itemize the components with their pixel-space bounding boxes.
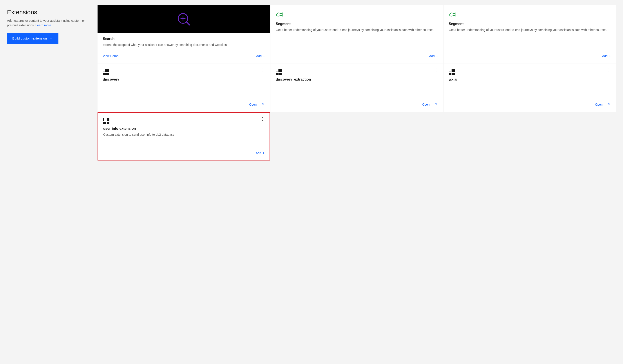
search-card-desc: Extend the scope of what your assistant … — [103, 43, 265, 47]
segment2-icon — [449, 11, 457, 19]
discovery-card-title: discovery — [103, 78, 265, 82]
discovery-extraction-card-desc — [276, 83, 438, 95]
extensions-grid: Search Extend the scope of what your ass… — [98, 5, 616, 160]
wxai-icon-container — [449, 69, 611, 75]
segment1-icon — [276, 11, 284, 19]
discovery-extraction-card-title: discovery_extraction — [276, 78, 438, 82]
discovery-icon-container — [103, 69, 265, 75]
user-info-grid-icon — [103, 118, 110, 124]
svg-line-1 — [186, 22, 190, 25]
card-search: Search Extend the scope of what your ass… — [98, 5, 270, 63]
learn-more-link[interactable]: Learn more — [35, 23, 51, 27]
discovery-edit-icon[interactable]: ✎ — [262, 102, 265, 107]
search-card-banner — [98, 5, 270, 33]
card-user-info-extension: ⋮ user-info-extension Custom extension t… — [98, 112, 270, 160]
user-info-add-button[interactable]: Add + — [256, 151, 264, 155]
wxai-card-title: wx.ai — [449, 78, 611, 82]
card-wxai: ⋮ wx.ai Open ✎ — [444, 64, 616, 112]
user-info-card-desc: Custom extension to send user info to db… — [103, 132, 264, 144]
user-info-menu-button[interactable]: ⋮ — [259, 116, 266, 121]
user-info-card-title: user-info-extension — [103, 127, 264, 131]
discovery-card-footer: Open ✎ — [103, 100, 265, 107]
segment1-add-button[interactable]: Add + — [429, 54, 438, 58]
search-card-footer: View Demo Add + — [103, 52, 265, 58]
card-segment2: Segment Get a better understanding of yo… — [444, 5, 616, 63]
segment1-icon-container — [276, 11, 438, 19]
plus-icon: + — [609, 54, 611, 58]
discovery-extraction-open-button[interactable]: Open — [422, 103, 429, 106]
wxai-card-desc — [449, 83, 611, 95]
segment1-card-desc: Get a better understanding of your users… — [276, 28, 438, 47]
search-magnifier-icon — [176, 11, 192, 27]
search-add-button[interactable]: Add + — [256, 54, 265, 58]
segment2-card-title: Segment — [449, 22, 611, 26]
discovery-extraction-icon-container — [276, 69, 438, 75]
search-card-title: Search — [103, 37, 265, 41]
card-segment1: Segment Get a better understanding of yo… — [270, 5, 443, 63]
sidebar-description: Add features or content to your assistan… — [7, 19, 85, 28]
segment2-add-button[interactable]: Add + — [602, 54, 611, 58]
view-demo-link[interactable]: View Demo — [103, 54, 118, 58]
discovery-grid-icon — [103, 69, 109, 75]
discovery-extraction-menu-button[interactable]: ⋮ — [433, 67, 440, 72]
plus-icon: + — [436, 54, 438, 58]
discovery-extraction-edit-icon[interactable]: ✎ — [435, 102, 438, 107]
extensions-main: Search Extend the scope of what your ass… — [92, 0, 623, 364]
segment2-card-desc: Get a better understanding of your users… — [449, 28, 611, 47]
discovery-menu-button[interactable]: ⋮ — [259, 67, 267, 72]
wxai-card-footer: Open ✎ — [449, 100, 611, 107]
build-custom-extension-button[interactable]: Build custom extension → — [7, 33, 58, 44]
page-title: Extensions — [7, 9, 85, 16]
card-discovery-extraction: ⋮ discovery_extraction Open ✎ — [270, 64, 443, 112]
plus-icon: + — [263, 151, 264, 155]
discovery-extraction-grid-icon — [276, 69, 282, 75]
arrow-right-icon: → — [49, 36, 53, 41]
wxai-menu-button[interactable]: ⋮ — [605, 67, 612, 72]
discovery-card-desc — [103, 83, 265, 95]
plus-icon: + — [263, 54, 265, 58]
sidebar: Extensions Add features or content to yo… — [0, 0, 92, 364]
user-info-card-footer: Add + — [103, 149, 264, 155]
segment1-card-footer: Add + — [276, 52, 438, 58]
wxai-edit-icon[interactable]: ✎ — [608, 102, 611, 107]
discovery-open-button[interactable]: Open — [249, 103, 257, 106]
segment2-icon-container — [449, 11, 611, 19]
user-info-icon-container — [103, 118, 264, 124]
segment1-card-title: Segment — [276, 22, 438, 26]
discovery-extraction-card-footer: Open ✎ — [276, 100, 438, 107]
wxai-open-button[interactable]: Open — [595, 103, 602, 106]
card-discovery: ⋮ discovery Open ✎ — [98, 64, 270, 112]
wxai-grid-icon — [449, 69, 455, 75]
segment2-card-footer: Add + — [449, 52, 611, 58]
